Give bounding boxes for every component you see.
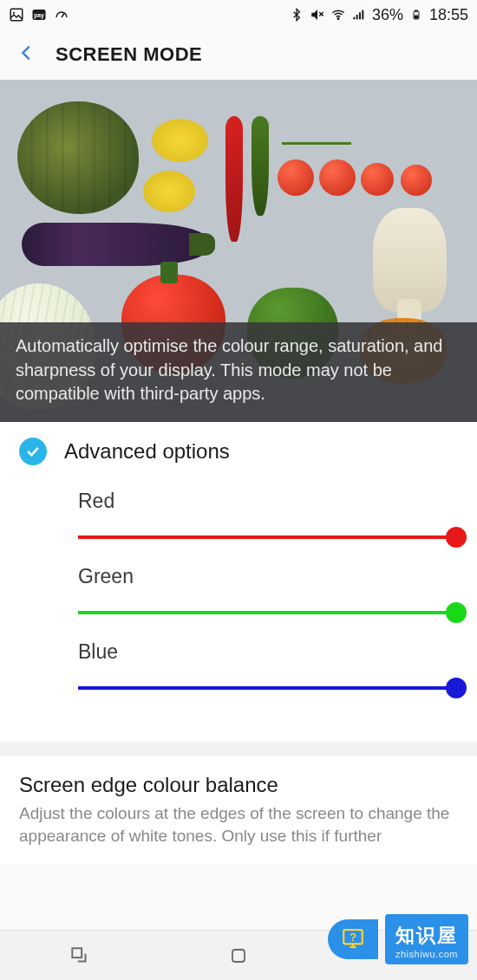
preview-image: Automatically optimise the colour range,… — [0, 80, 477, 422]
svg-point-1 — [13, 12, 15, 14]
svg-rect-14 — [415, 16, 418, 18]
battery-percent: 36% — [372, 6, 403, 24]
gallery-icon — [9, 7, 24, 23]
battery-icon — [408, 7, 424, 23]
slider-thumb-green[interactable] — [446, 602, 467, 623]
svg-rect-10 — [359, 12, 361, 19]
advanced-options-row[interactable]: Advanced options — [0, 422, 477, 481]
slider-green: Green — [78, 565, 458, 614]
checkmark-icon[interactable] — [19, 438, 47, 465]
watermark-main: 知识屋 — [395, 923, 458, 949]
slider-red: Red — [78, 490, 458, 539]
svg-point-7 — [337, 18, 339, 20]
pay-icon: pay — [31, 7, 47, 23]
slider-thumb-blue[interactable] — [446, 678, 467, 698]
edge-balance-description: Adjust the colours at the edges of the s… — [19, 802, 458, 847]
mute-icon — [310, 7, 325, 23]
wifi-icon — [330, 7, 346, 23]
slider-thumb-red[interactable] — [446, 527, 467, 548]
signal-icon — [351, 7, 367, 23]
svg-rect-15 — [72, 948, 82, 957]
preview-caption: Automatically optimise the colour range,… — [0, 322, 477, 422]
svg-rect-0 — [10, 9, 23, 21]
status-right: 36% 18:55 — [289, 6, 468, 24]
slider-track-green[interactable] — [78, 611, 458, 614]
edge-balance-title: Screen edge colour balance — [19, 773, 458, 797]
back-button[interactable] — [17, 41, 36, 68]
slider-label: Blue — [78, 640, 458, 664]
page-title: SCREEN MODE — [56, 43, 202, 66]
slider-label: Green — [78, 565, 458, 588]
sliders-container: Red Green Blue — [0, 481, 477, 742]
svg-text:?: ? — [350, 931, 356, 944]
svg-rect-9 — [356, 15, 358, 19]
watermark-text: 知识屋 zhishiwu.com — [385, 914, 468, 964]
status-left: pay — [9, 7, 69, 23]
slider-track-red[interactable] — [78, 535, 458, 539]
watermark-sub: zhishiwu.com — [395, 949, 458, 959]
clock: 18:55 — [429, 6, 468, 24]
watermark-icon: ? — [328, 919, 378, 959]
slider-blue: Blue — [78, 640, 458, 690]
speedometer-icon — [54, 7, 69, 23]
advanced-options-label: Advanced options — [64, 439, 230, 464]
bluetooth-icon — [289, 7, 304, 23]
status-bar: pay 36% 18:55 — [0, 0, 477, 29]
app-bar: SCREEN MODE — [0, 29, 477, 80]
recent-apps-button[interactable] — [64, 940, 95, 971]
svg-line-4 — [62, 14, 64, 18]
slider-track-blue[interactable] — [78, 686, 458, 690]
edge-balance-row[interactable]: Screen edge colour balance Adjust the co… — [0, 756, 477, 864]
slider-label: Red — [78, 490, 458, 513]
svg-rect-16 — [232, 950, 245, 962]
watermark: ? 知识屋 zhishiwu.com — [328, 914, 468, 964]
svg-text:pay: pay — [34, 12, 44, 19]
home-button[interactable] — [223, 940, 254, 971]
divider — [0, 742, 477, 756]
svg-rect-8 — [353, 17, 355, 20]
svg-rect-13 — [415, 10, 417, 11]
svg-rect-11 — [362, 10, 363, 20]
